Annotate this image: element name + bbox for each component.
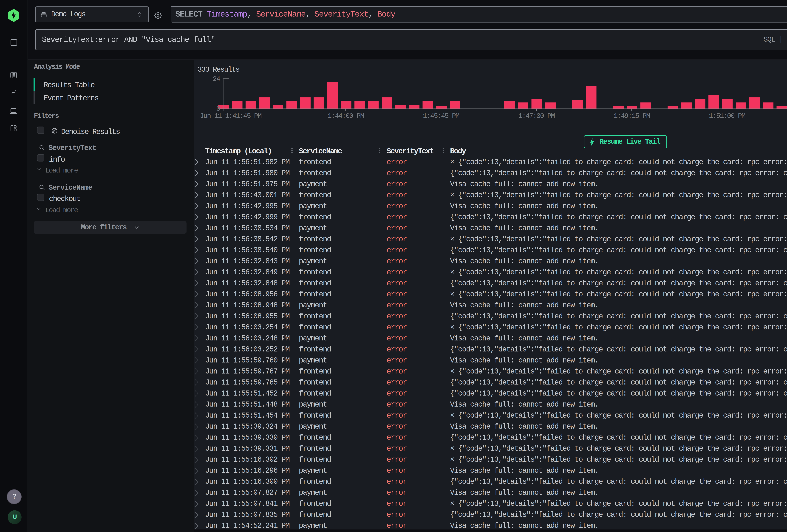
svg-text:Jun 11 1:41:45 PM: Jun 11 1:41:45 PM (200, 112, 261, 120)
svg-text:24: 24 (213, 75, 220, 83)
svg-text:1:44:00 PM: 1:44:00 PM (327, 112, 364, 120)
svg-text:1:51:00 PM: 1:51:00 PM (709, 112, 745, 120)
svg-text:1:47:30 PM: 1:47:30 PM (518, 112, 555, 120)
svg-text:0: 0 (216, 105, 220, 113)
svg-text:1:45:45 PM: 1:45:45 PM (423, 112, 459, 120)
svg-text:1:49:15 PM: 1:49:15 PM (614, 112, 650, 120)
